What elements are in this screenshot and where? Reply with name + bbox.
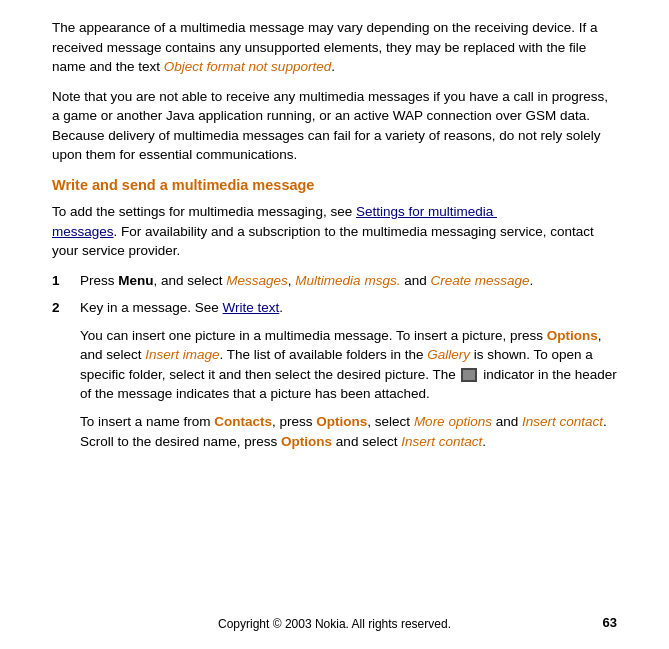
step-2-sub1: You can insert one picture in a multimed… [80, 326, 617, 404]
gallery-keyword: Gallery [427, 347, 470, 362]
contacts-keyword: Contacts [214, 414, 272, 429]
paragraph-1: The appearance of a multimedia message m… [52, 18, 617, 77]
create-message-keyword: Create message [430, 273, 529, 288]
write-text-link[interactable]: Write text [223, 300, 280, 315]
step-2-number: 2 [52, 298, 80, 451]
insert-image-keyword: Insert image [145, 347, 219, 362]
more-options-keyword: More options [414, 414, 492, 429]
insert-contact-keyword-2: Insert contact [401, 434, 482, 449]
intro-paragraph: To add the settings for multimedia messa… [52, 202, 617, 261]
step-2-sub2: To insert a name from Contacts, press Op… [80, 412, 617, 451]
step-1-content: Press Menu, and select Messages, Multime… [80, 271, 617, 291]
options-keyword-2: Options [316, 414, 367, 429]
settings-link[interactable]: Settings for multimedia messages [52, 204, 497, 239]
step-2: 2 Key in a message. See Write text. You … [52, 298, 617, 451]
insert-contact-keyword-1: Insert contact [522, 414, 603, 429]
step-1-number: 1 [52, 271, 80, 291]
options-keyword-3: Options [281, 434, 332, 449]
menu-keyword: Menu [118, 273, 153, 288]
page-number: 63 [603, 614, 617, 633]
messages-keyword: Messages [226, 273, 288, 288]
options-keyword-1: Options [547, 328, 598, 343]
multimedia-msgs-keyword: Multimedia msgs. [295, 273, 400, 288]
step-1: 1 Press Menu, and select Messages, Multi… [52, 271, 617, 291]
footer-copyright: Copyright © 2003 Nokia. All rights reser… [0, 616, 669, 633]
object-format-text: Object format not supported [164, 59, 331, 74]
section-heading: Write and send a multimedia message [52, 175, 617, 196]
picture-indicator-icon [461, 368, 477, 382]
page-content: The appearance of a multimedia message m… [0, 0, 669, 649]
paragraph-2: Note that you are not able to receive an… [52, 87, 617, 165]
step-2-content: Key in a message. See Write text. You ca… [80, 298, 617, 451]
